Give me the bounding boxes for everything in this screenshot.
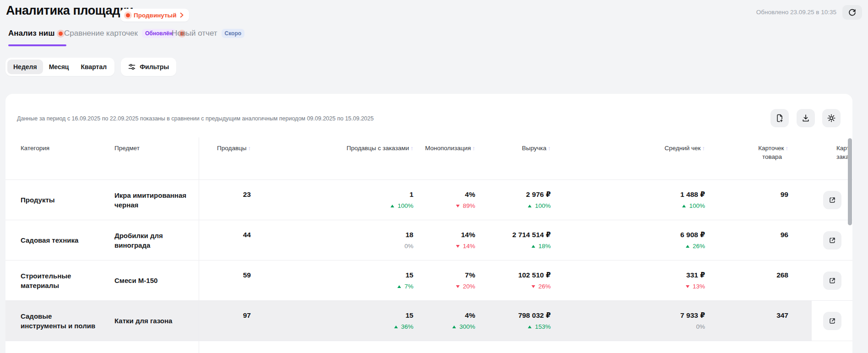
- tab-niche-analysis-label: Анализ ниш: [8, 29, 54, 38]
- category-cell: Продукты: [21, 180, 98, 220]
- trend-up-icon: [532, 245, 535, 248]
- row-actions: [812, 180, 852, 220]
- orange-dot-icon: [126, 13, 130, 17]
- refresh-button[interactable]: [842, 5, 862, 20]
- sort-arrow-icon: ↑: [248, 145, 251, 152]
- report-tabs: Анализ ниш Сравнение карточек Обновлён Н…: [0, 29, 868, 47]
- create-report-button[interactable]: [770, 109, 789, 127]
- avg-check-cell: 331 ₽13%: [624, 261, 705, 300]
- product-cards-cell: 347: [720, 301, 788, 341]
- revenue-cell: 798 032 ₽153%: [463, 301, 551, 341]
- product-cards-cell: 268: [720, 261, 788, 300]
- trend-down-icon: [532, 285, 535, 288]
- table-row-highlighted[interactable]: Садовые инструменты и полив Катки для га…: [5, 300, 852, 341]
- trend-down-icon: [686, 285, 689, 288]
- updated-badge: Обновлён: [142, 29, 176, 38]
- table-row[interactable]: Садовая техника Дробилки для винограда 4…: [5, 220, 852, 260]
- trend-up-icon: [394, 326, 398, 328]
- sellers-cell: 44: [179, 220, 251, 260]
- sliders-icon: [128, 63, 136, 71]
- gear-icon: [827, 114, 836, 123]
- revenue-cell: 2 714 514 ₽18%: [463, 220, 551, 260]
- avg-check-cell: 7 933 ₽0%: [624, 301, 705, 341]
- filters-button-label: Фильтры: [140, 63, 169, 71]
- column-header-product-cards[interactable]: Карточек↑ товара: [720, 144, 788, 161]
- download-icon: [801, 114, 810, 123]
- trend-up-icon: [686, 245, 689, 248]
- trend-up-icon: [452, 326, 456, 328]
- external-link-icon: [828, 196, 836, 204]
- table-controls: Неделя Месяц Квартал Фильтры: [5, 58, 176, 76]
- tab-card-comparison-label: Сравнение карточек: [64, 29, 138, 38]
- download-button[interactable]: [797, 109, 815, 127]
- column-header-monopolization[interactable]: Монополизация↑: [399, 144, 475, 152]
- open-niche-button[interactable]: [823, 231, 841, 250]
- niche-analysis-panel: Данные за период с 16.09.2025 по 22.09.2…: [5, 94, 852, 353]
- table-row[interactable]: [5, 341, 852, 353]
- vertical-scrollbar[interactable]: [848, 138, 852, 225]
- sort-arrow-icon: ↑: [786, 145, 789, 152]
- external-link-icon: [828, 277, 836, 285]
- table-header-row: Категория Предмет Продавцы↑ Продавцы с з…: [5, 137, 852, 179]
- row-actions: [812, 301, 852, 341]
- avg-check-cell: 6 908 ₽26%: [624, 220, 705, 260]
- open-niche-button[interactable]: [823, 272, 841, 290]
- sort-arrow-icon: ↑: [548, 145, 551, 152]
- open-niche-button[interactable]: [823, 312, 841, 330]
- tab-new-report-label: Новый отчет: [172, 29, 217, 38]
- tab-new-report[interactable]: Новый отчет Скоро: [172, 29, 244, 38]
- category-cell: Садовые инструменты и полив: [21, 301, 98, 341]
- sort-arrow-icon: ↑: [472, 145, 476, 152]
- revenue-cell: 2 976 ₽100%: [463, 180, 551, 220]
- period-month-button[interactable]: Месяц: [43, 60, 75, 74]
- tab-niche-analysis[interactable]: Анализ ниш: [8, 29, 63, 38]
- column-header-category: Категория: [21, 144, 103, 152]
- column-header-revenue[interactable]: Выручка↑: [482, 144, 551, 152]
- plan-badge-label: Продвинутый: [134, 12, 176, 19]
- trend-up-icon: [528, 326, 532, 328]
- active-tab-underline: [8, 44, 66, 46]
- soon-badge: Скоро: [222, 29, 245, 38]
- trend-down-icon: [456, 205, 460, 207]
- trend-up-icon: [682, 205, 686, 207]
- plan-badge[interactable]: Продвинутый: [120, 9, 189, 22]
- platform-analytics-page: Аналитика площадки Продвинутый Обновлено…: [0, 0, 868, 353]
- trend-down-icon: [456, 245, 460, 248]
- sellers-cell: 97: [179, 301, 251, 341]
- refresh-icon: [848, 9, 856, 16]
- table-row[interactable]: Строительные материалы Смеси М-150 59 15…: [5, 260, 852, 300]
- sort-arrow-icon: ↑: [702, 145, 705, 152]
- column-header-sellers[interactable]: Продавцы↑: [179, 144, 251, 152]
- period-quarter-button[interactable]: Квартал: [75, 60, 113, 74]
- product-cards-cell: 96: [720, 220, 788, 260]
- period-segmented-control: Неделя Месяц Квартал: [5, 58, 114, 76]
- row-actions: [812, 261, 852, 300]
- settings-button[interactable]: [822, 109, 841, 127]
- avg-check-cell: 1 488 ₽100%: [624, 180, 705, 220]
- page-title: Аналитика площадки: [6, 4, 133, 18]
- product-cards-cell: 99: [720, 180, 788, 220]
- chevron-right-icon: [180, 12, 184, 18]
- trend-up-icon: [391, 205, 394, 207]
- category-cell: Строительные материалы: [21, 261, 98, 300]
- document-add-icon: [775, 114, 784, 123]
- period-info-text: Данные за период с 16.09.2025 по 22.09.2…: [17, 115, 374, 122]
- fixed-columns-divider: [199, 137, 199, 353]
- external-link-icon: [828, 317, 836, 325]
- column-header-avg-check[interactable]: Средний чек↑: [642, 144, 705, 152]
- tab-card-comparison[interactable]: Сравнение карточек Обновлён: [64, 29, 184, 38]
- last-updated-text: Обновлено 23.09.25 в 10:35: [756, 9, 836, 16]
- revenue-cell: 102 510 ₽26%: [463, 261, 551, 300]
- external-link-icon: [828, 236, 836, 244]
- table-row[interactable]: Продукты Икра имитированная черная 23 11…: [5, 179, 852, 220]
- row-actions: [812, 220, 852, 260]
- trend-up-icon: [528, 205, 532, 207]
- trend-down-icon: [456, 285, 460, 288]
- filters-button[interactable]: Фильтры: [121, 58, 176, 76]
- sellers-cell: 23: [179, 180, 251, 220]
- orange-dot-icon: [59, 32, 63, 36]
- open-niche-button[interactable]: [823, 191, 841, 209]
- category-cell: Садовая техника: [21, 220, 98, 260]
- sellers-cell: 59: [179, 261, 251, 300]
- period-week-button[interactable]: Неделя: [7, 60, 43, 74]
